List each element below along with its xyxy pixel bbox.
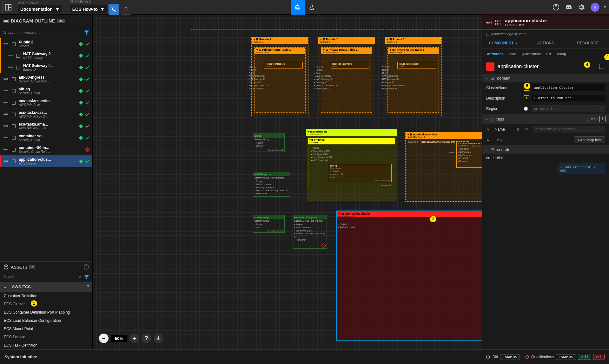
prop-value[interactable]: Cluster to run the … xyxy=(532,95,605,101)
asset-item[interactable]: ECS Cluster1 xyxy=(0,300,92,308)
add-map-item-button[interactable]: + Add map item xyxy=(574,136,605,143)
subtab-diff[interactable]: Diff xyxy=(546,52,551,56)
route-table-node[interactable]: ▾ ⊞ Private Route Table 2Route Table: 1R… xyxy=(321,47,372,113)
download-button[interactable] xyxy=(154,334,163,343)
outline-search-input[interactable] xyxy=(7,29,83,36)
app-tg-node[interactable]: app-tg Target Group RegionInstance IDVPC… xyxy=(329,164,392,182)
route-node[interactable]: Route to Internet 1RouteVPC IDRegionRout… xyxy=(264,62,303,68)
zoom-in-button[interactable]: + xyxy=(129,334,139,343)
component-name-input[interactable] xyxy=(498,64,594,69)
color-swatch[interactable] xyxy=(486,62,494,71)
asset-item[interactable]: ECS Task Definition xyxy=(0,341,92,349)
subtab-attributes[interactable]: Attributes xyxy=(487,52,503,56)
outline-item[interactable]: ecs-tasks-ass...AWS IAM Policy St... xyxy=(0,108,92,120)
filter-icon[interactable] xyxy=(83,29,90,36)
check-icon xyxy=(85,53,90,58)
outline-item[interactable]: alb-80-ingressSecurity Group Rule ... xyxy=(0,73,92,85)
route-node[interactable]: Route to Internet 2RouteVPC IDRegionRout… xyxy=(331,62,369,68)
domain-section-header[interactable]: ⌄ domain xyxy=(482,74,609,82)
container-sg-node[interactable]: container-sg Security Group RegionVPC ID… xyxy=(253,215,285,233)
asset-item[interactable]: Container Definition xyxy=(0,292,92,300)
tab-actions[interactable]: ACTIONS xyxy=(525,38,567,49)
outline-item[interactable]: ecs-tasks.ama...AWS IAM AWS Ser... xyxy=(0,120,92,132)
qualifications-status[interactable]: Qualifications Total: 35 ✓ 34 ⊘ 1 xyxy=(524,354,605,360)
asset-item[interactable]: ECS Load Balancer Configuration xyxy=(0,316,92,325)
svg-rect-23 xyxy=(12,159,16,163)
svg-point-25 xyxy=(3,276,6,278)
alb-sg-node[interactable]: alb-sg Security Group RegionVPC ID Secur… xyxy=(253,133,285,152)
asset-item[interactable]: ECS Container Definition Port Mapping xyxy=(0,308,92,316)
discord-icon[interactable] xyxy=(565,4,572,11)
canvas[interactable]: ▾ ⊞ Private 1Subnet: 1▾ ⊞ Private Route … xyxy=(93,15,482,349)
app-logo[interactable] xyxy=(3,2,14,13)
credential-value[interactable]: ⊶ AWS Credential / AWS xyxy=(558,163,605,174)
subtab-qualifications[interactable]: Qualifications xyxy=(520,52,541,56)
workspace-dropdown[interactable]: Documentation▼ xyxy=(18,5,62,13)
subnet-node[interactable]: ▾ ⊞ Private 1Subnet: 1▾ ⊞ Private Route … xyxy=(251,37,308,116)
tab-resource[interactable]: RESOURCE xyxy=(567,38,609,49)
merge-button[interactable] xyxy=(109,4,119,15)
fx-icon[interactable]: f(x) xyxy=(525,127,530,131)
outline-item[interactable]: alb-sgSecurity Group xyxy=(0,85,92,97)
edit-icon[interactable]: I xyxy=(599,116,606,122)
zoom-out-button[interactable]: − xyxy=(99,334,109,343)
diagram-view-button[interactable] xyxy=(291,0,305,15)
text-icon[interactable]: I xyxy=(524,95,529,101)
asset-item[interactable]: ECS Mount Point xyxy=(0,325,92,333)
outline-item[interactable]: application-clus...ECS Cluster xyxy=(0,155,92,167)
container-80-ingress-node[interactable]: container-80-ingress Security Group Rule… xyxy=(293,215,327,249)
subtab-debug[interactable]: Debug xyxy=(556,52,566,56)
outline-item[interactable]: ecs-tasks-serviceAWS IAM Role xyxy=(0,97,92,108)
diff-status[interactable]: Diff Total: 35 xyxy=(486,354,520,360)
lab-view-button[interactable] xyxy=(305,0,319,15)
user-menu[interactable]: N ▼ xyxy=(591,3,606,12)
check-icon xyxy=(85,100,90,105)
expand-icon[interactable] xyxy=(598,63,605,70)
svg-rect-2 xyxy=(9,7,11,10)
subnet-node[interactable]: ▾ ⊞ Private 3Subnet: 1▾ ⊞ Private Route … xyxy=(385,37,442,116)
outline-item[interactable]: container-80-in...Security Group Rule ..… xyxy=(0,144,92,155)
changeset-dropdown[interactable]: ECS How-to▼ xyxy=(70,5,107,13)
ecs-tasks-service-node[interactable]: ▾ ⊞ ecs-tasks-serviceAWS IAM Role: 2 • S… xyxy=(405,132,482,202)
assets-search-input[interactable] xyxy=(7,274,78,281)
route-table-node[interactable]: ▾ ⊞ Private Route Table 1Route Table: 1R… xyxy=(254,47,306,113)
outline-item[interactable]: NAT Gateway I...Elastic IP xyxy=(0,62,92,73)
settings-icon[interactable] xyxy=(578,4,585,11)
outline-item[interactable]: container-sgSecurity Group xyxy=(0,132,92,144)
application-cluster-node[interactable]: ▾ ⊞ application-cluster ECS Cluster: 0 R… xyxy=(336,211,482,341)
route-node[interactable]: Route to Internet 3RouteVPC IDRegionRout… xyxy=(397,62,436,68)
socket-icon[interactable] xyxy=(524,107,528,111)
ok-icon xyxy=(78,112,83,117)
outline-item[interactable]: Public 2Subnet xyxy=(0,38,92,50)
subtab-code[interactable]: Code xyxy=(508,52,516,56)
help-icon[interactable] xyxy=(83,264,89,270)
ok-icon xyxy=(78,77,83,82)
aws-icon xyxy=(3,148,9,152)
asset-item[interactable]: ECS Service xyxy=(0,333,92,341)
chevron-down-icon: ⌄ xyxy=(3,284,7,289)
prop-value[interactable]: application-cluster xyxy=(532,84,605,91)
tags-section-header[interactable]: ⌄ { } tags (1 item) I xyxy=(482,114,609,124)
asset-group-header[interactable]: ⌄ AWS ECS 7 xyxy=(0,282,92,292)
subnet-node[interactable]: ▾ ⊞ Private 2Subnet: 1▾ ⊞ Private Route … xyxy=(318,37,375,116)
clear-icon[interactable]: ✕ xyxy=(78,275,82,280)
application-alb-node[interactable]: ▾ application-albLoadbalancer: 1 ▾ ⊞ HTT… xyxy=(306,129,397,202)
alb-80-ingress-node[interactable]: alb-80-ingress Security Group Rule [Ingr… xyxy=(253,172,290,197)
help-icon[interactable] xyxy=(553,4,559,11)
route-table-node[interactable]: ▾ ⊞ Private Route Table 3Route Table: 1R… xyxy=(387,47,439,113)
tag-key-input[interactable] xyxy=(495,137,523,143)
search-icon xyxy=(3,275,7,279)
trash-icon[interactable]: 🗑 xyxy=(516,127,520,132)
more-menu-icon[interactable]: ⋮ xyxy=(601,20,605,25)
check-icon xyxy=(85,77,90,82)
svg-rect-15 xyxy=(17,66,20,69)
tab-component[interactable]: COMPONENT✓ xyxy=(482,38,525,49)
canvas-help-button[interactable]: ? xyxy=(142,334,151,343)
http-listener[interactable]: ▾ ⊞ HTTP:80Listener: 1 xyxy=(308,138,395,144)
zoom-display: 50% xyxy=(111,335,127,342)
filter-icon[interactable] xyxy=(83,274,90,280)
assets-icon xyxy=(3,264,9,270)
outline-item[interactable]: NAT Gateway 2NAT Gateway xyxy=(0,50,92,62)
delete-button[interactable] xyxy=(121,4,131,15)
secrets-section-header[interactable]: ⌄ secrets xyxy=(482,145,609,154)
